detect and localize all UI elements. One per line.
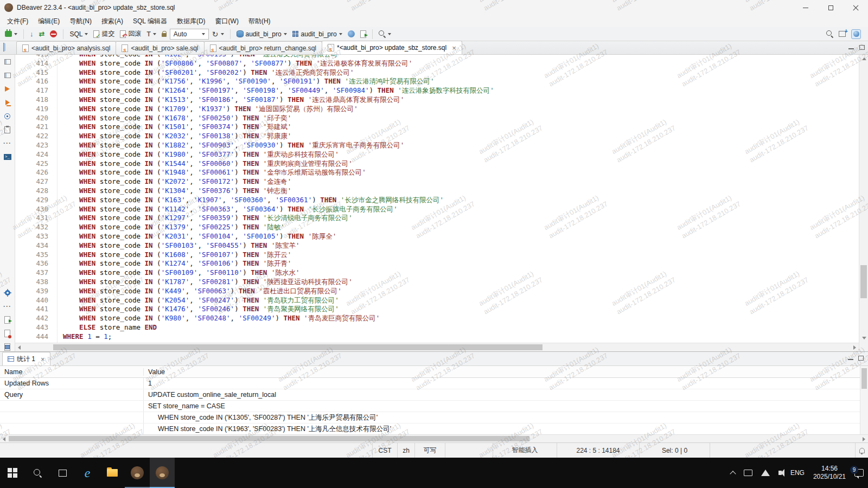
maximize-panel-icon[interactable] xyxy=(858,356,864,361)
sql-editor-surface[interactable]: WHEN store_code IN ('K162', 'SF00195') T… xyxy=(58,55,859,351)
task-view-button[interactable] xyxy=(50,458,75,488)
editor-tab[interactable]: *<audit_bi_pro> update_sbz_store.sql xyxy=(322,41,462,54)
sql-mode-dropdown[interactable]: SQL xyxy=(67,29,90,39)
editor-tab[interactable]: <audit_bi_pro> analysis.sql xyxy=(16,41,116,54)
stats-row[interactable]: WHEN store_code IN ('K1963', 'SF00283') … xyxy=(0,423,868,434)
gear-icon[interactable] xyxy=(3,288,12,297)
sync-button[interactable]: ⇄ xyxy=(37,29,47,38)
autocommit-combo[interactable]: Auto xyxy=(170,29,209,40)
stats-horizontal-scrollbar[interactable] xyxy=(0,434,868,442)
close-stats-tab-icon[interactable] xyxy=(41,356,45,363)
menu-item[interactable]: 文件(F) xyxy=(2,16,33,27)
plan-icon[interactable] xyxy=(3,125,12,134)
minimize-button[interactable] xyxy=(793,0,818,15)
new-window-icon[interactable] xyxy=(839,31,846,37)
code-line: WHEN store_code IN ('K1544', 'SF00060') … xyxy=(63,159,859,169)
dots-glyph xyxy=(3,139,11,147)
panel-icon[interactable] xyxy=(3,71,12,80)
editor-corner-icon[interactable] xyxy=(3,43,4,51)
tray-display-button[interactable] xyxy=(739,458,757,488)
stats-vertical-scrollbar[interactable] xyxy=(860,366,868,434)
tray-volume-button[interactable] xyxy=(774,458,786,488)
database-selector[interactable]: audit_bi_pro xyxy=(234,29,289,39)
menu-item[interactable]: 编辑(E) xyxy=(33,16,65,27)
start-button[interactable] xyxy=(0,458,25,488)
scroll-right-arrow[interactable] xyxy=(863,437,865,441)
rollback-button[interactable]: 回滚 xyxy=(118,28,143,40)
doc-save-icon[interactable] xyxy=(3,329,12,338)
language-indicator[interactable]: ENG xyxy=(786,458,809,488)
toolbar-separator xyxy=(23,29,24,39)
statistics-panel: 统计 1 Name Value Updated Rows1QueryUPDATE… xyxy=(0,351,868,442)
action-center-button[interactable]: 9 xyxy=(850,458,868,488)
autocommit-lock-button[interactable] xyxy=(159,30,169,38)
scroll-right-arrow[interactable] xyxy=(853,345,856,350)
schema-selector[interactable]: audit_bi_pro xyxy=(290,29,344,39)
horizontal-scroll-thumb[interactable] xyxy=(9,436,529,441)
horizontal-scroll-thumb[interactable] xyxy=(53,344,542,350)
tray-network-button[interactable] xyxy=(757,458,774,488)
disconnect-button[interactable] xyxy=(48,29,59,38)
fetch-button[interactable]: ↓ xyxy=(28,29,36,38)
menu-item[interactable]: 数据库(D) xyxy=(172,16,210,27)
doc-export-icon[interactable] xyxy=(3,316,12,324)
commit-button[interactable]: 提交 xyxy=(91,28,117,40)
scroll-down-arrow[interactable] xyxy=(862,337,866,339)
taskbar-clock[interactable]: 14:56 2025/10/21 xyxy=(809,458,850,488)
search-dropdown[interactable] xyxy=(376,29,393,38)
stats-row[interactable]: QueryUPDATE custom_online_sale_return_lo… xyxy=(0,389,868,401)
line-number: 426 xyxy=(15,168,48,177)
close-tab-icon[interactable] xyxy=(452,44,456,52)
exec-script-icon[interactable] xyxy=(3,98,12,107)
editor-tab[interactable]: <audit_bi_pro> return_change.sql xyxy=(204,41,322,54)
minimize-editor-icon[interactable] xyxy=(848,48,854,49)
scroll-left-arrow[interactable] xyxy=(3,437,5,441)
stats-row[interactable]: SET store_name = CASE xyxy=(0,401,868,412)
editor-window-controls xyxy=(848,44,865,50)
explain-icon[interactable] xyxy=(3,112,12,120)
ie-button[interactable] xyxy=(75,458,100,488)
code-line: WHEN store_code IN ('K980', 'SF00248', '… xyxy=(63,314,859,323)
dots-icon[interactable] xyxy=(3,139,12,147)
panel-icon[interactable] xyxy=(3,57,12,66)
vertical-scroll-thumb[interactable] xyxy=(860,265,867,298)
vertical-scroll-thumb[interactable] xyxy=(861,368,867,389)
stats-row[interactable]: Updated Rows1 xyxy=(0,378,868,389)
menu-item[interactable]: 搜索(A) xyxy=(97,16,128,27)
stats-row[interactable]: WHEN store_code IN ('K1305', 'SF00287') … xyxy=(0,412,868,423)
code-line: WHEN store_code IN ('K163', 'K1907', 'SF… xyxy=(63,196,859,205)
export-button[interactable] xyxy=(358,29,368,39)
find-icon[interactable] xyxy=(826,30,833,37)
new-connection-button[interactable] xyxy=(3,30,20,38)
scroll-left-arrow[interactable] xyxy=(18,345,21,350)
dbeaver-taskbar-button[interactable] xyxy=(125,458,150,488)
dots-icon[interactable] xyxy=(3,302,12,311)
maximize-button[interactable] xyxy=(818,0,843,15)
tray-expand-button[interactable] xyxy=(726,458,739,488)
editor-tab[interactable]: <audit_bi_pro> sale.sql xyxy=(116,41,204,54)
menu-item[interactable]: 导航(N) xyxy=(65,16,97,27)
scroll-up-arrow[interactable] xyxy=(862,57,866,60)
status-notification-button[interactable] xyxy=(855,443,868,458)
file-explorer-button[interactable] xyxy=(100,458,125,488)
menu-item[interactable]: SQL 编辑器 xyxy=(128,16,172,27)
close-button[interactable] xyxy=(843,0,868,15)
maximize-editor-icon[interactable] xyxy=(859,45,865,50)
console-icon[interactable] xyxy=(3,152,12,161)
web-button[interactable] xyxy=(346,29,357,38)
code-line: WHEN store_code IN ('SF00103', 'SF00455'… xyxy=(63,241,859,251)
transaction-mode-dropdown[interactable]: T xyxy=(144,29,158,39)
menu-item[interactable]: 帮助(H) xyxy=(244,16,276,27)
line-number: 444 xyxy=(15,332,48,342)
doc-grid-icon[interactable] xyxy=(3,343,12,351)
editor-horizontal-scrollbar[interactable] xyxy=(15,343,859,351)
minimize-panel-icon[interactable] xyxy=(848,359,853,360)
perspective-button[interactable] xyxy=(851,29,861,39)
editor-vertical-scrollbar[interactable] xyxy=(859,55,868,351)
taskbar-search-button[interactable] xyxy=(25,458,50,488)
stats-tab[interactable]: 统计 1 xyxy=(2,352,50,365)
refresh-button[interactable]: ↻ xyxy=(210,29,226,39)
menu-item[interactable]: 窗口(W) xyxy=(210,16,244,27)
dbeaver-taskbar-button-active[interactable] xyxy=(150,458,175,488)
exec-icon[interactable] xyxy=(3,85,12,93)
